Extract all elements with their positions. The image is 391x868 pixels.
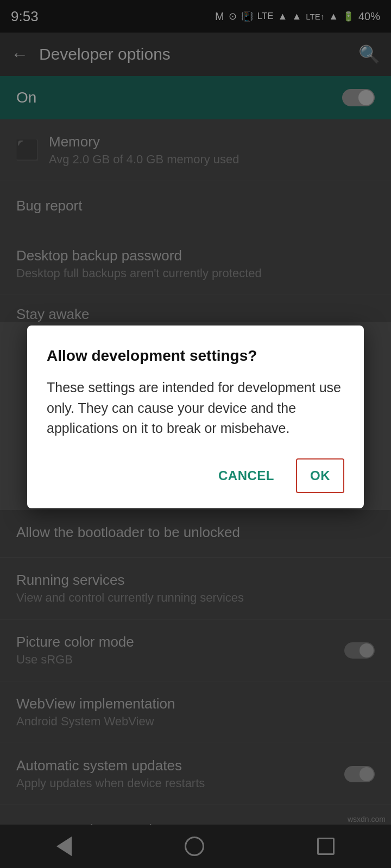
cancel-button[interactable]: CANCEL	[205, 458, 287, 493]
allow-dev-settings-dialog: Allow development settings? These settin…	[27, 326, 364, 508]
dialog-body: These settings are intended for developm…	[47, 378, 344, 439]
dialog-actions: CANCEL OK	[47, 458, 344, 493]
dialog-overlay: Allow development settings? These settin…	[0, 0, 391, 868]
dialog-title: Allow development settings?	[47, 347, 344, 365]
ok-button[interactable]: OK	[296, 458, 344, 493]
